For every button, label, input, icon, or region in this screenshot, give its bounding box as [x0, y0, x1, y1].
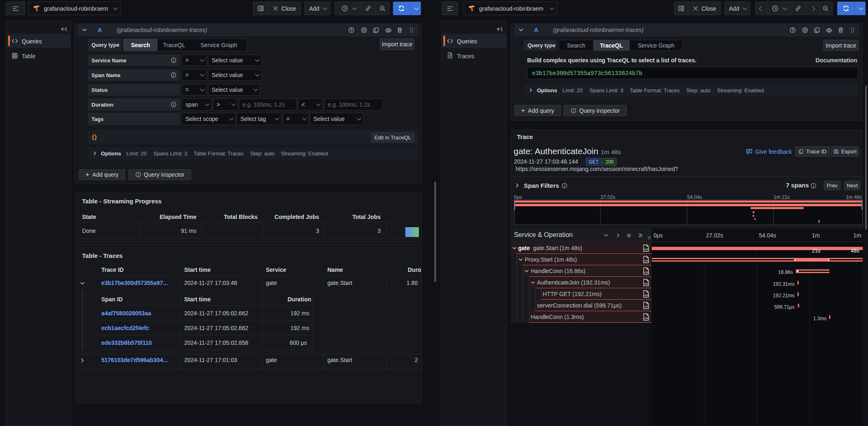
svg-text:LOG: LOG	[644, 282, 649, 285]
svg-text:LOG: LOG	[644, 248, 649, 251]
svg-text:LOG: LOG	[644, 294, 649, 296]
svg-text:LOG: LOG	[644, 271, 649, 273]
svg-text:LOG: LOG	[644, 317, 649, 319]
svg-text:LOG: LOG	[644, 260, 649, 262]
svg-text:LOG: LOG	[644, 305, 649, 308]
